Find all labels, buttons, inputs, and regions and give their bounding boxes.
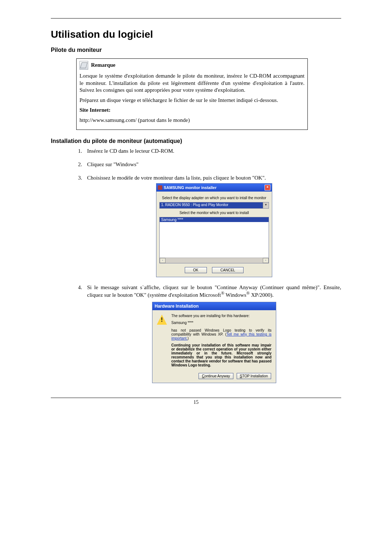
- step-3-text: Choisissez le modèle de votre moniteur d…: [87, 175, 266, 181]
- monitor-listbox[interactable]: Samsung **** ‹ ›: [159, 217, 269, 263]
- adapter-dropdown[interactable]: 1. RADEON 9550 : Plug and Play Monitor ▼: [159, 202, 269, 209]
- note-box: Remarque Lorsque le système d'exploitati…: [76, 58, 308, 130]
- note-paragraph-1: Lorsque le système d'exploitation demand…: [79, 73, 305, 94]
- installer-dialog: SAMSUNG monitor installer × Select the d…: [156, 183, 272, 277]
- warning-icon: !: [157, 315, 167, 325]
- step-4-text-b: Windows: [224, 292, 246, 298]
- hw-line2b: ): [187, 336, 188, 340]
- stop-installation-button[interactable]: STOP Installation: [237, 373, 271, 379]
- note-label: Remarque: [91, 62, 115, 69]
- section-heading-driver: Pilote du moniteur: [51, 47, 341, 53]
- chevron-down-icon[interactable]: ▼: [263, 202, 269, 208]
- scroll-left-icon[interactable]: ‹: [160, 258, 166, 263]
- step-4-text-c: XP/2000).: [250, 292, 274, 298]
- continue-rest: ontinue Anyway: [205, 374, 230, 378]
- page-title: Utilisation du logiciel: [51, 29, 341, 40]
- site-internet-label: Site Internet:: [79, 107, 305, 114]
- scroll-track[interactable]: [166, 258, 263, 263]
- hw-bold-warning: Continuing your installation of this sof…: [171, 343, 271, 367]
- scroll-right-icon[interactable]: ›: [263, 258, 269, 263]
- steps-list: Insérez le CD dans le lecteur CD-ROM. Cl…: [83, 148, 341, 383]
- site-url: http://www.samsung.com/ (partout dans le…: [79, 117, 305, 124]
- adapter-selected: 1. RADEON 9550 : Plug and Play Monitor: [160, 202, 263, 208]
- reg-mark-1: ®: [221, 291, 225, 296]
- close-icon[interactable]: ×: [265, 185, 270, 190]
- installer-instruction-2: Select the monitor which you want to ins…: [159, 211, 269, 215]
- note-icon: [79, 61, 88, 70]
- continue-underline: C: [202, 374, 204, 378]
- app-icon: [158, 185, 162, 190]
- dialog-titlebar[interactable]: SAMSUNG monitor installer ×: [156, 184, 272, 192]
- step-2: Cliquez sur "Windows": [83, 161, 341, 168]
- hw-line2: has not passed Windows Logo testing to v…: [171, 328, 271, 340]
- top-rule: [51, 18, 341, 19]
- note-paragraph-2: Préparez un disque vierge et téléchargez…: [79, 97, 305, 104]
- stop-rest: TOP Installation: [242, 374, 268, 378]
- hw-line1: The software you are installing for this…: [171, 314, 271, 318]
- step-1: Insérez le CD dans le lecteur CD-ROM.: [83, 148, 341, 154]
- hardware-install-dialog: Hardware Installation ! The software you…: [152, 302, 276, 383]
- ok-button[interactable]: OK: [185, 267, 207, 273]
- step-4: Si le message suivant s`affiche, cliquez…: [83, 284, 341, 383]
- page-number: 15: [193, 399, 199, 405]
- hw-dialog-titlebar[interactable]: Hardware Installation: [152, 302, 276, 310]
- cancel-button[interactable]: CANCEL: [212, 267, 244, 273]
- horizontal-scrollbar[interactable]: ‹ ›: [160, 258, 269, 263]
- monitor-item-selected[interactable]: Samsung ****: [160, 217, 269, 222]
- installer-instruction-1: Select the display adapter on which you …: [159, 196, 269, 200]
- reg-mark-2: ®: [246, 291, 250, 296]
- hw-name: Samsung ****: [171, 321, 271, 325]
- dialog-title: SAMSUNG monitor installer: [164, 185, 265, 190]
- warning-bang: !: [157, 317, 167, 323]
- page-footer: 15: [51, 398, 341, 405]
- step-3: Choisissez le modèle de votre moniteur d…: [83, 175, 341, 277]
- step-4-text-a: Si le message suivant s`affiche, cliquez…: [87, 284, 341, 298]
- continue-anyway-button[interactable]: Continue Anyway: [199, 373, 233, 379]
- section-heading-install: Installation du pilote de moniteur (auto…: [51, 138, 341, 144]
